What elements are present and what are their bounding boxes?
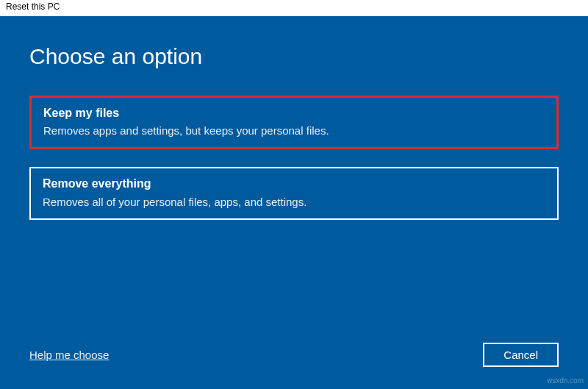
- option-description: Removes all of your personal files, apps…: [43, 194, 545, 210]
- option-keep-my-files[interactable]: Keep my files Removes apps and settings,…: [29, 96, 559, 149]
- reset-pc-dialog: Choose an option Keep my files Removes a…: [0, 16, 588, 389]
- window-titlebar: Reset this PC: [0, 0, 588, 16]
- dialog-footer: Help me choose Cancel: [29, 343, 559, 367]
- page-title: Choose an option: [29, 44, 559, 69]
- option-description: Removes apps and settings, but keeps you…: [43, 123, 545, 138]
- window-title: Reset this PC: [6, 1, 60, 12]
- watermark: wsxdn.com: [547, 376, 584, 385]
- help-me-choose-link[interactable]: Help me choose: [29, 349, 109, 361]
- option-title: Keep my files: [43, 105, 545, 121]
- option-remove-everything[interactable]: Remove everything Removes all of your pe…: [29, 167, 559, 219]
- cancel-button[interactable]: Cancel: [483, 343, 559, 367]
- option-title: Remove everything: [43, 176, 545, 192]
